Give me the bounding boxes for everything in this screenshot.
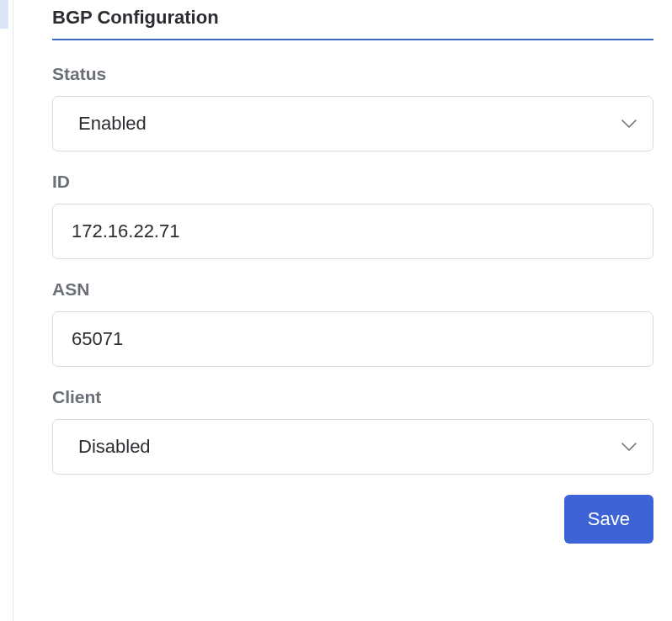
client-select-value: Disabled — [52, 419, 653, 475]
button-row: Save — [52, 495, 653, 544]
status-label: Status — [52, 64, 653, 84]
client-field-group: Client Disabled — [52, 387, 653, 475]
client-label: Client — [52, 387, 653, 407]
left-divider — [13, 0, 13, 621]
status-field-group: Status Enabled — [52, 64, 653, 151]
asn-field-group: ASN — [52, 279, 653, 367]
status-select[interactable]: Enabled — [52, 96, 653, 151]
asn-input[interactable] — [52, 311, 653, 367]
asn-label: ASN — [52, 279, 653, 300]
section-title: BGP Configuration — [52, 7, 653, 40]
id-field-group: ID — [52, 172, 653, 259]
bgp-configuration-panel: BGP Configuration Status Enabled ID ASN … — [52, 7, 653, 544]
left-active-indicator — [0, 0, 8, 29]
client-select[interactable]: Disabled — [52, 419, 653, 475]
id-input[interactable] — [52, 204, 653, 259]
id-label: ID — [52, 172, 653, 192]
status-select-value: Enabled — [52, 96, 653, 151]
save-button[interactable]: Save — [564, 495, 653, 544]
